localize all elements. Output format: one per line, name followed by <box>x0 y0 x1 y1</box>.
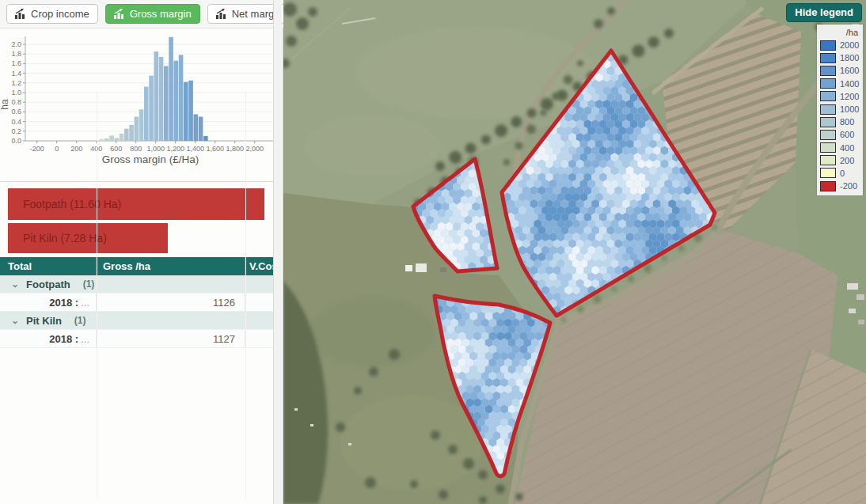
farm-analytics-app: Crop incomeGross marginNet margin 0.00.2… <box>0 0 866 504</box>
histogram-bar <box>179 55 184 141</box>
chevron-down-icon[interactable]: ⌄ <box>11 279 19 290</box>
map-view[interactable]: Hide legend /ha 200018001600140012001000… <box>283 0 866 504</box>
histogram-bar <box>109 135 114 141</box>
bar-chart-icon <box>15 9 26 19</box>
gross-per-ha-value: 1127 <box>97 330 245 347</box>
svg-text:0: 0 <box>55 145 59 153</box>
group-count: (1) <box>83 279 95 290</box>
svg-text:-200: -200 <box>30 145 44 153</box>
area-bar-footpath[interactable]: Footpath (11.60 Ha) <box>8 188 264 220</box>
chevron-down-icon[interactable]: ⌄ <box>11 315 19 326</box>
satellite-map[interactable] <box>283 0 866 504</box>
legend-row: 0 <box>820 167 860 180</box>
legend-value-label: 400 <box>840 143 854 153</box>
table-header-c1: Total <box>0 257 97 275</box>
building <box>310 424 313 426</box>
legend-value-label: 800 <box>840 117 854 127</box>
histogram-bar <box>203 136 208 141</box>
histogram-bar <box>129 125 134 141</box>
legend-row: 600 <box>820 128 860 141</box>
row-year-label: 2018 : <box>49 297 78 309</box>
legend-value-label: 1600 <box>840 66 859 75</box>
legend-unit-label: /ha <box>820 27 860 39</box>
building <box>416 263 427 272</box>
svg-text:1.0: 1.0 <box>11 89 21 97</box>
analysis-panel: Crop incomeGross marginNet margin 0.00.2… <box>0 0 283 504</box>
histogram-bar <box>188 81 193 141</box>
legend-value-label: 2000 <box>840 40 859 50</box>
table-column-line <box>245 91 246 498</box>
bar-chart-icon <box>216 9 227 19</box>
building <box>294 408 298 411</box>
area-bar-pit-kiln[interactable]: Pit Kiln (7.28 Ha) <box>8 223 168 253</box>
building <box>440 267 446 272</box>
legend-swatch <box>820 91 836 101</box>
legend-swatch <box>820 142 836 153</box>
legend-row: 1000 <box>820 103 860 116</box>
svg-text:2,000: 2,000 <box>245 145 264 153</box>
histogram-bar <box>124 129 129 141</box>
hide-legend-button[interactable]: Hide legend <box>786 3 862 22</box>
table-data-row: 2018 :...1126 <box>0 294 275 312</box>
histogram-bar <box>135 117 139 142</box>
table-data-row: 2018 :...1127 <box>0 330 275 348</box>
histogram-bar <box>184 82 188 141</box>
legend-row: 2000 <box>820 39 860 51</box>
legend-row: 400 <box>820 142 860 154</box>
svg-text:0.6: 0.6 <box>11 108 21 116</box>
legend-swatch <box>820 181 836 191</box>
histogram-bar <box>164 66 169 141</box>
legend-swatch <box>820 53 836 63</box>
svg-text:0.4: 0.4 <box>11 118 21 126</box>
tab-gross-margin[interactable]: Gross margin <box>105 4 200 24</box>
group-name: Footpath <box>26 279 70 290</box>
legend-swatch <box>820 104 836 115</box>
svg-text:0.0: 0.0 <box>11 137 21 145</box>
group-count: (1) <box>74 315 86 326</box>
legend-value-label: -200 <box>840 181 857 191</box>
bar-chart-icon <box>114 9 125 19</box>
building <box>847 283 858 290</box>
legend-value-label: 1000 <box>840 104 859 114</box>
table-header-c2: Gross /ha <box>97 257 245 275</box>
building <box>405 265 412 271</box>
legend-swatch <box>820 117 836 127</box>
building <box>857 294 864 300</box>
histogram-bar <box>139 109 144 141</box>
histogram-bar <box>159 57 164 141</box>
svg-text:800: 800 <box>130 145 142 153</box>
legend-swatch <box>820 78 836 89</box>
svg-text:ha: ha <box>0 99 10 110</box>
building <box>348 443 351 445</box>
legend-value-label: 600 <box>840 130 854 139</box>
area-bar-label: Pit Kiln (7.28 Ha) <box>23 232 107 244</box>
svg-text:1,000: 1,000 <box>146 145 165 153</box>
building <box>442 276 448 280</box>
legend-row: 1400 <box>820 78 860 90</box>
tab-crop-income[interactable]: Crop income <box>6 4 98 24</box>
table-group-row[interactable]: ⌄Footpath(1) <box>0 275 275 294</box>
table-group-row[interactable]: ⌄Pit Kiln(1) <box>0 312 275 330</box>
histogram-bar <box>120 134 124 141</box>
building <box>849 309 856 313</box>
svg-text:1,600: 1,600 <box>206 145 224 153</box>
svg-text:1.8: 1.8 <box>11 50 21 58</box>
field-area-bars: Footpath (11.60 Ha)Pit Kiln (7.28 Ha) <box>8 188 275 256</box>
panel-scrollbar[interactable] <box>273 0 282 504</box>
svg-text:0.2: 0.2 <box>11 127 21 135</box>
table-header-c3: V.Cos <box>245 257 275 275</box>
svg-text:1.6: 1.6 <box>11 59 21 67</box>
legend-row: 800 <box>820 116 860 128</box>
legend-row: -200 <box>820 180 860 192</box>
legend-swatch <box>820 155 836 165</box>
legend-swatch <box>820 130 836 140</box>
table-header-row: TotalGross /haV.Cos <box>0 257 275 275</box>
histogram-bar <box>174 61 179 141</box>
svg-text:2.0: 2.0 <box>11 40 21 48</box>
histogram-bar <box>154 51 159 141</box>
legend-row: 1200 <box>820 90 860 103</box>
svg-text:1,800: 1,800 <box>226 145 244 153</box>
histogram-bar <box>100 139 104 141</box>
legend-value-label: 1800 <box>840 53 859 63</box>
row-year-label: 2018 : <box>49 333 78 345</box>
